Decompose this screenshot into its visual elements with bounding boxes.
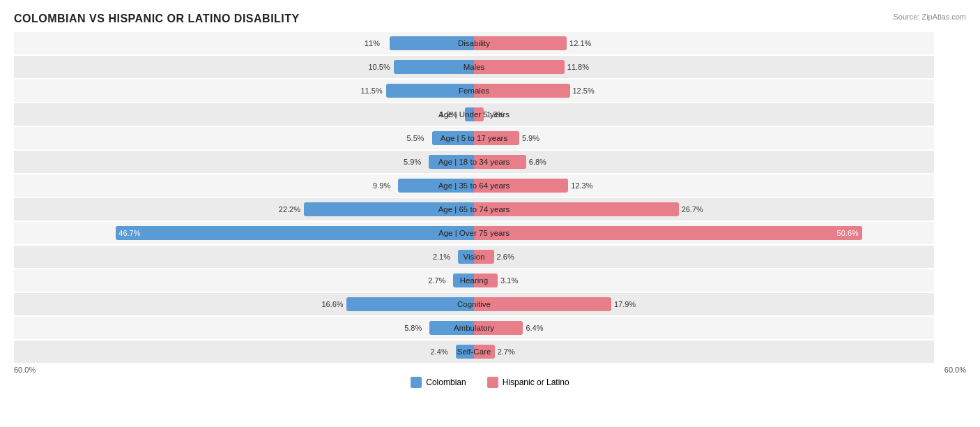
x-axis-left: 60.0% <box>14 366 36 374</box>
bar-value-right: 2.7% <box>498 347 515 356</box>
x-axis: 60.0% 60.0% <box>14 366 966 374</box>
legend-hispanic: Hispanic or Latino <box>487 377 569 388</box>
bar-pink <box>474 84 570 98</box>
bar-value-right: 6.4% <box>526 324 543 332</box>
bar-pink <box>474 155 526 169</box>
bar-row: Vision2.1%2.6% <box>14 246 934 268</box>
bar-value-right: 2.6% <box>497 253 514 261</box>
bar-value-left: 2.1% <box>433 253 450 261</box>
bar-value-right: 11.8% <box>567 63 589 71</box>
bar-row: Age | 65 to 74 years22.2%26.7% <box>14 198 934 220</box>
legend-swatch-hispanic <box>487 377 498 388</box>
bar-value-right: 17.9% <box>614 300 636 308</box>
bar-value-right: 26.7% <box>682 205 703 214</box>
bar-value-left: 11.5% <box>361 87 383 95</box>
x-axis-right: 60.0% <box>944 366 966 374</box>
chart-container: COLOMBIAN VS HISPANIC OR LATINO DISABILI… <box>0 0 980 395</box>
legend-swatch-colombian <box>411 377 422 388</box>
bar-row: Hearing2.7%3.1% <box>14 269 934 292</box>
bar-pink <box>474 36 567 50</box>
bar-blue <box>456 345 474 359</box>
bar-blue <box>453 274 474 287</box>
bar-value-left: 1.2% <box>440 110 457 119</box>
bar-value-left: 16.6% <box>321 300 343 308</box>
bar-value-right: 12.3% <box>571 181 592 190</box>
bar-value-left: 5.5% <box>407 134 424 142</box>
bar-value-right: 1.3% <box>487 110 504 119</box>
bar-value-right: 5.9% <box>522 134 539 142</box>
bar-row: Ambulatory5.8%6.4% <box>14 317 934 339</box>
chart-title: COLOMBIAN VS HISPANIC OR LATINO DISABILI… <box>14 13 966 25</box>
bar-pink <box>474 250 494 264</box>
bar-pink <box>474 274 498 287</box>
bar-row: Females11.5%12.5% <box>14 80 934 102</box>
bar-row: Age | Under 5 years1.2%1.3% <box>14 103 934 126</box>
bar-row: Age | Over 75 years46.7%50.6% <box>14 222 934 244</box>
bar-value-right: 3.1% <box>500 276 518 285</box>
bar-blue <box>346 297 474 311</box>
bar-value-left: 46.7% <box>118 229 140 237</box>
bar-value-left: 9.9% <box>373 181 390 190</box>
bar-value-left: 11% <box>365 39 380 47</box>
bar-blue <box>386 84 475 98</box>
bar-value-right: 50.6% <box>837 229 859 237</box>
bar-row: Cognitive16.6%17.9% <box>14 293 934 315</box>
bar-row: Disability11%12.1% <box>14 32 934 54</box>
bar-value-left: 10.5% <box>369 63 390 71</box>
bar-value-left: 22.2% <box>279 205 300 214</box>
bar-row: Age | 35 to 64 years9.9%12.3% <box>14 174 934 197</box>
legend-colombian: Colombian <box>411 377 466 388</box>
bar-pink <box>474 226 862 240</box>
bar-blue <box>116 226 474 240</box>
bar-pink <box>474 321 523 335</box>
bar-value-right: 6.8% <box>529 158 546 166</box>
bar-value-left: 5.9% <box>404 158 421 166</box>
bar-pink <box>474 179 568 193</box>
legend-label-colombian: Colombian <box>426 377 466 387</box>
bar-blue <box>390 36 474 50</box>
bar-pink <box>474 131 519 145</box>
bar-row: Males10.5%11.8% <box>14 56 934 78</box>
bar-value-right: 12.5% <box>573 87 595 95</box>
bar-pink <box>474 297 611 311</box>
bar-blue <box>398 179 474 193</box>
bar-row: Age | 5 to 17 years5.5%5.9% <box>14 127 934 149</box>
bar-pink <box>474 60 565 74</box>
bar-value-left: 2.4% <box>431 347 448 356</box>
bar-blue <box>429 155 474 169</box>
chart-area: Disability11%12.1%Males10.5%11.8%Females… <box>14 32 934 363</box>
legend: Colombian Hispanic or Latino <box>14 377 966 388</box>
bar-blue <box>304 202 474 216</box>
legend-label-hispanic: Hispanic or Latino <box>503 377 569 387</box>
bar-value-left: 5.8% <box>404 324 422 332</box>
bar-row: Age | 18 to 34 years5.9%6.8% <box>14 151 934 173</box>
bar-pink <box>474 202 679 216</box>
bar-value-left: 2.7% <box>428 276 445 285</box>
bar-pink <box>474 107 484 121</box>
bar-blue <box>394 60 475 74</box>
bar-blue <box>458 250 474 264</box>
bar-pink <box>474 345 495 359</box>
bar-blue <box>465 107 474 121</box>
source-label: Source: ZipAtlas.com <box>893 13 966 21</box>
bar-blue <box>432 131 475 145</box>
bar-blue <box>429 321 474 335</box>
bar-row: Self-Care2.4%2.7% <box>14 340 934 363</box>
bar-value-right: 12.1% <box>569 39 591 47</box>
